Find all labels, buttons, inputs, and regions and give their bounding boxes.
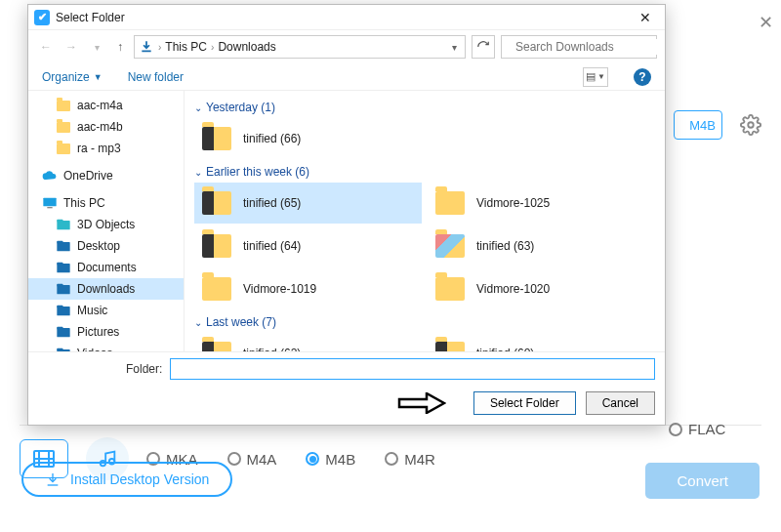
format-chip-label: M4B [689, 118, 716, 133]
format-radio-flac[interactable]: FLAC [669, 421, 725, 437]
tree-node-label: Documents [77, 261, 137, 274]
svg-rect-16 [57, 264, 69, 272]
folder-item[interactable]: tinified (63) [428, 225, 655, 266]
address-bar[interactable]: › This PC › Downloads ▾ [134, 35, 466, 59]
search-input[interactable] [514, 39, 664, 55]
breadcrumb-downloads[interactable]: Downloads [218, 40, 275, 54]
organize-menu[interactable]: Organize ▼ [42, 70, 103, 84]
folder-item[interactable]: Vidmore-1019 [194, 268, 422, 309]
group-header[interactable]: ⌄Last week (7) [194, 315, 655, 329]
svg-rect-12 [57, 221, 69, 229]
tree-node-label: aac-m4b [77, 120, 123, 134]
folder-label: tinified (63) [476, 239, 534, 253]
tree-node-onedrive[interactable]: OneDrive [28, 165, 184, 186]
folder-item[interactable]: tinified (65) [194, 183, 422, 224]
nav-recent-dropdown-icon[interactable]: ▾ [87, 42, 106, 53]
radio-icon [306, 452, 319, 466]
group-header[interactable]: ⌄Yesterday (1) [194, 101, 655, 114]
tree-node-label: Desktop [77, 239, 120, 253]
folder-item[interactable]: tinified (64) [194, 225, 422, 266]
nav-forward-arrow-icon[interactable]: → [62, 40, 81, 54]
dialog-nav-bar: ← → ▾ ↑ › This PC › Downloads ▾ [28, 30, 665, 63]
folder-icon [200, 124, 233, 153]
new-folder-button[interactable]: New folder [128, 70, 184, 84]
cancel-button[interactable]: Cancel [586, 391, 655, 415]
tree-node-label: 3D Objects [77, 218, 135, 231]
format-label: M4R [404, 451, 435, 468]
flac-label: FLAC [688, 421, 725, 437]
folder-icon [433, 231, 467, 261]
pictures-icon [56, 325, 71, 339]
download-icon [45, 471, 61, 487]
folder-icon [200, 274, 233, 304]
tree-node-desktop[interactable]: Desktop [28, 235, 184, 257]
gear-icon[interactable] [740, 114, 761, 136]
install-desktop-button[interactable]: Install Desktop Version [21, 462, 232, 497]
folder-label: tinified (62) [243, 347, 301, 351]
format-radio-m4b[interactable]: M4B [306, 451, 355, 468]
svg-rect-25 [57, 348, 62, 351]
videos-icon [56, 347, 71, 351]
convert-button[interactable]: Convert [645, 463, 760, 499]
search-box[interactable] [501, 35, 657, 59]
tree-node-label: Pictures [77, 325, 119, 339]
svg-rect-22 [57, 328, 69, 337]
tree-node-videos[interactable]: Videos [28, 343, 184, 351]
help-icon[interactable]: ? [634, 68, 651, 86]
address-dropdown-icon[interactable]: ▾ [448, 42, 461, 53]
svg-rect-23 [57, 327, 62, 330]
group-title: Earlier this week (6) [206, 165, 309, 179]
radio-icon [385, 452, 398, 466]
nav-back-arrow-icon[interactable]: ← [36, 40, 56, 54]
svg-rect-11 [47, 207, 52, 208]
dialog-toolbar: Organize ▼ New folder ▤▼ ? [28, 63, 665, 91]
refresh-button[interactable] [472, 35, 495, 59]
app-icon: ✔ [34, 10, 50, 25]
folder-icon [200, 339, 233, 351]
close-icon[interactable]: ✕ [632, 10, 659, 25]
dialog-title: Select Folder [56, 11, 632, 24]
folder-icon [433, 188, 467, 218]
music-icon [56, 304, 71, 317]
chevron-down-icon: ▼ [94, 72, 103, 82]
format-label: M4B [325, 451, 355, 468]
radio-icon [227, 452, 241, 466]
tree-node-ra-mp3[interactable]: ra - mp3 [28, 138, 184, 159]
folder-item[interactable]: Vidmore-1025 [428, 183, 655, 224]
tree-node-music[interactable]: Music [28, 300, 184, 321]
tree-node-this-pc[interactable]: This PC [28, 192, 184, 214]
format-chip[interactable]: M4B [674, 110, 722, 140]
dialog-titlebar: ✔ Select Folder ✕ [28, 5, 665, 30]
view-options-button[interactable]: ▤▼ [583, 67, 608, 87]
download-icon [56, 282, 71, 296]
group-title: Last week (7) [206, 315, 276, 329]
callout-arrow-icon [397, 392, 446, 414]
folder-label: Vidmore-1019 [243, 282, 316, 296]
host-close-icon[interactable]: ✕ [759, 12, 773, 33]
format-radio-m4a[interactable]: M4A [227, 451, 277, 468]
tree-node-label: OneDrive [63, 169, 113, 183]
tree-node-downloads[interactable]: Downloads [28, 278, 184, 300]
select-folder-button[interactable]: Select Folder [473, 391, 576, 415]
format-radio-m4r[interactable]: M4R [385, 451, 435, 468]
folder-item[interactable]: tinified (60) [428, 333, 655, 351]
group-header[interactable]: ⌄Earlier this week (6) [194, 165, 655, 179]
pc-icon [42, 196, 58, 210]
svg-rect-20 [57, 307, 69, 315]
folder-name-input[interactable] [170, 358, 655, 380]
tree-node-aac-m4b[interactable]: aac-m4b [28, 116, 184, 138]
folder-label: Vidmore-1020 [476, 282, 550, 296]
file-pane[interactable]: ⌄Yesterday (1)tinified (66)⌄Earlier this… [185, 91, 665, 351]
folder-item[interactable]: tinified (62) [194, 333, 422, 351]
folder-item[interactable]: Vidmore-1020 [428, 268, 655, 309]
tree-node-3d-objects[interactable]: 3D Objects [28, 214, 184, 235]
folder-icon [433, 274, 467, 304]
tree-node-aac-m4a[interactable]: aac-m4a [28, 95, 184, 116]
breadcrumb-this-pc[interactable]: This PC [165, 40, 207, 54]
tree-node-documents[interactable]: Documents [28, 257, 184, 278]
nav-up-arrow-icon[interactable]: ↑ [112, 40, 128, 54]
tree-node-label: aac-m4a [77, 99, 123, 112]
folder-item[interactable]: tinified (66) [194, 118, 655, 159]
tree-node-pictures[interactable]: Pictures [28, 321, 184, 343]
nav-tree[interactable]: aac-m4aaac-m4bra - mp3OneDriveThis PC3D … [28, 91, 185, 351]
